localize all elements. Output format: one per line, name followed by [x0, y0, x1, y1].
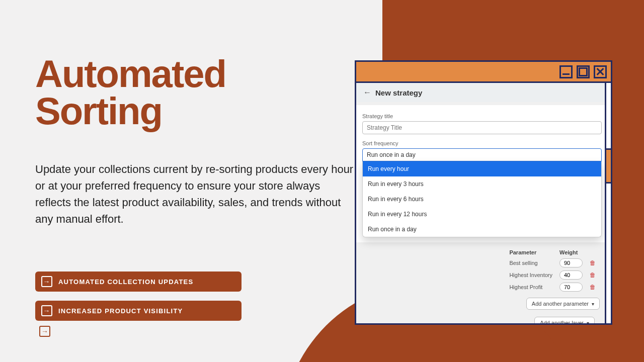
pill-label: AUTOMATED COLLECTION UPDATES [58, 278, 193, 286]
weight-input[interactable] [559, 270, 583, 280]
sort-option[interactable]: Run in every 12 hours [363, 207, 601, 222]
back-arrow-icon[interactable]: ← [363, 88, 371, 97]
window-titlebar [356, 62, 611, 83]
feature-pill-updates: AUTOMATED COLLECTION UPDATES [35, 272, 242, 292]
login-icon [41, 276, 52, 287]
feature-pill-visibility: INCREASED PRODUCT VISIBILITY [35, 301, 242, 321]
pill-label: INCREASED PRODUCT VISIBILITY [58, 307, 183, 315]
button-label: Add another layer [540, 320, 584, 323]
chevron-down-icon: ▾ [587, 320, 589, 324]
weight-col-header: Weight [556, 248, 586, 256]
param-name: Highest Profit [506, 282, 555, 293]
login-icon [41, 305, 52, 316]
title-line-2: Sorting [35, 89, 162, 132]
sort-option[interactable]: Run once in a day [363, 222, 601, 237]
page-description: Update your collections current by re-so… [35, 161, 357, 227]
minimize-button[interactable] [559, 65, 573, 78]
table-row: Best selling 🗑 [506, 257, 599, 268]
sort-option[interactable]: Run every hour [363, 161, 601, 176]
param-col-header: Parameter [506, 248, 555, 256]
param-name: Best selling [506, 257, 555, 268]
trash-icon[interactable]: 🗑 [590, 272, 596, 279]
weight-input[interactable] [559, 258, 583, 267]
param-name: Highest Inventory [506, 269, 555, 281]
vertical-scrollbar[interactable] [605, 83, 611, 323]
parameters-table: Parameter Weight Best selling 🗑 Highest … [505, 247, 600, 294]
trash-icon[interactable]: 🗑 [590, 284, 596, 291]
title-line-1: Automated [35, 52, 226, 95]
close-button[interactable] [594, 65, 607, 78]
weight-input[interactable] [559, 283, 583, 292]
sort-option[interactable]: Run in every 3 hours [363, 176, 601, 192]
app-window: ← New strategy Strategy title Sort frequ… [355, 60, 612, 325]
button-label: Add another parameter [532, 301, 589, 307]
strategy-title-label: Strategy title [362, 113, 602, 119]
sort-frequency-select[interactable]: Run once in a day [362, 148, 602, 161]
sort-frequency-label: Sort frequency [362, 140, 602, 146]
sort-option[interactable]: Run in every 6 hours [363, 192, 601, 207]
trash-icon[interactable]: 🗑 [590, 259, 596, 266]
scrollbar-thumb[interactable] [605, 148, 612, 184]
login-icon [39, 326, 50, 337]
sort-frequency-dropdown: Run every hour Run in every 3 hours Run … [362, 161, 602, 237]
table-row: Highest Inventory 🗑 [506, 269, 599, 281]
strategy-title-input[interactable] [362, 121, 602, 134]
page-header: ← New strategy [356, 83, 605, 102]
chevron-down-icon: ▾ [592, 301, 594, 307]
add-parameter-button[interactable]: Add another parameter ▾ [526, 298, 600, 310]
table-row: Highest Profit 🗑 [506, 282, 599, 293]
maximize-button[interactable] [577, 65, 590, 78]
page-title: Automated Sorting [35, 55, 226, 130]
page-heading: New strategy [375, 88, 422, 97]
add-layer-button[interactable]: Add another layer ▾ [534, 317, 595, 323]
